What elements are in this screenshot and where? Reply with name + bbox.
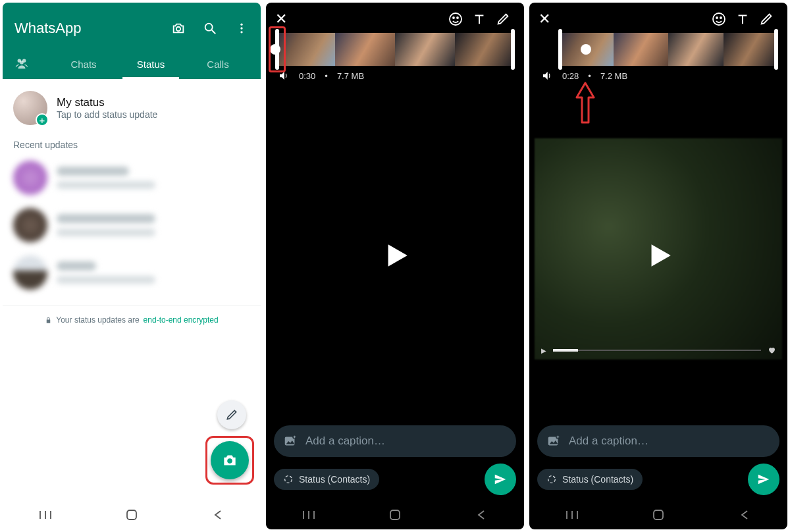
status-ring-icon [283, 474, 294, 485]
recent-updates-label: Recent updates [3, 132, 261, 154]
draw-tool-icon[interactable] [754, 12, 778, 26]
play-icon[interactable] [642, 239, 675, 272]
svg-point-25 [716, 17, 718, 18]
app-header: WhatsApp Chats Status Calls [3, 3, 261, 79]
send-icon [756, 472, 771, 487]
caption-input[interactable]: Add a caption… [537, 425, 779, 457]
play-icon[interactable] [379, 239, 411, 272]
android-navbar [529, 500, 787, 529]
emoji-sticker-icon[interactable] [444, 11, 467, 27]
encryption-notice: Your status updates are end-to-end encry… [3, 306, 261, 325]
tab-calls[interactable]: Calls [184, 49, 251, 79]
tab-status[interactable]: Status [117, 49, 184, 79]
svg-point-4 [240, 27, 242, 29]
my-status-subtitle: Tap to add status update [57, 109, 157, 120]
nav-back-icon[interactable] [475, 508, 488, 521]
svg-point-16 [457, 17, 458, 18]
trim-end-handle[interactable] [774, 29, 778, 70]
my-status-title: My status [57, 96, 157, 109]
compose-text-status-button[interactable] [217, 400, 246, 429]
duration-label: 0:30 [299, 71, 315, 81]
audience-chip[interactable]: Status (Contacts) [274, 469, 379, 490]
video-preview[interactable] [266, 86, 524, 425]
svg-line-2 [212, 30, 216, 34]
svg-rect-13 [127, 510, 136, 519]
caption-placeholder: Add a caption… [569, 435, 648, 448]
send-button[interactable] [485, 464, 516, 495]
svg-point-9 [227, 458, 232, 464]
audience-chip[interactable]: Status (Contacts) [537, 469, 643, 490]
heart-icon [768, 346, 776, 354]
nav-home-icon[interactable] [652, 508, 665, 521]
svg-rect-23 [390, 510, 400, 519]
status-list: + My status Tap to add status update Rec… [3, 79, 261, 500]
text-tool-icon[interactable] [731, 12, 754, 26]
search-icon[interactable] [200, 21, 220, 36]
svg-point-14 [450, 13, 461, 25]
tab-communities[interactable] [14, 46, 50, 79]
app-title: WhatsApp [14, 20, 157, 37]
status-editor-screen-trimmed: ✕ 0:28 • 7.2 MB ▶ [529, 3, 787, 529]
nav-home-icon[interactable] [125, 508, 138, 521]
camera-status-button[interactable] [211, 441, 249, 479]
tab-chats[interactable]: Chats [50, 49, 117, 79]
mini-play-icon: ▶ [541, 347, 546, 354]
caption-input[interactable]: Add a caption… [274, 425, 516, 457]
duration-label: 0:28 [562, 71, 579, 81]
svg-point-5 [240, 31, 242, 33]
my-status-row[interactable]: + My status Tap to add status update [3, 88, 261, 132]
svg-point-19 [285, 476, 292, 483]
status-item[interactable] [3, 201, 261, 249]
contact-avatar [13, 255, 47, 290]
trim-playhead-knob[interactable] [581, 44, 591, 55]
pencil-icon [225, 408, 238, 421]
video-meta: 0:30 • 7.7 MB [266, 70, 524, 86]
send-icon [493, 472, 508, 487]
video-preview[interactable]: ▶ [529, 86, 787, 425]
camera-icon[interactable] [169, 21, 188, 36]
svg-point-26 [720, 17, 722, 18]
progress-track[interactable] [553, 350, 761, 351]
status-editor-screen-full: ✕ 0:30 • 7.7 MB Add a caption… [266, 3, 524, 529]
nav-back-icon[interactable] [211, 508, 224, 521]
svg-point-29 [548, 476, 556, 483]
editor-toolbar: ✕ [266, 3, 524, 32]
status-ring-icon [546, 474, 557, 485]
encryption-link[interactable]: end-to-end encrypted [144, 315, 219, 325]
filesize-label: 7.2 MB [600, 71, 627, 81]
status-item[interactable] [3, 249, 261, 296]
nav-home-icon[interactable] [388, 508, 402, 521]
close-icon[interactable]: ✕ [275, 11, 287, 28]
video-progress[interactable]: ▶ [541, 346, 776, 354]
send-button[interactable] [748, 464, 779, 495]
trim-start-knob[interactable] [270, 44, 280, 55]
draw-tool-icon[interactable] [491, 12, 515, 26]
nav-back-icon[interactable] [738, 508, 751, 521]
nav-recents-icon[interactable] [566, 508, 579, 521]
svg-point-24 [713, 13, 725, 25]
svg-point-15 [453, 17, 454, 18]
add-photo-icon [546, 434, 561, 448]
more-menu-icon[interactable] [232, 22, 251, 35]
video-trim-strip[interactable] [558, 33, 778, 66]
trim-end-handle[interactable] [511, 29, 515, 70]
tab-bar: Chats Status Calls [14, 46, 251, 79]
trim-start-handle[interactable] [558, 29, 562, 70]
add-photo-icon [283, 434, 298, 448]
status-item[interactable] [3, 154, 261, 201]
svg-point-0 [176, 27, 180, 31]
nav-recents-icon[interactable] [302, 508, 315, 521]
whatsapp-status-screen: WhatsApp Chats Status Calls + [3, 3, 261, 529]
nav-recents-icon[interactable] [39, 508, 52, 521]
video-trim-strip[interactable] [275, 33, 515, 66]
caption-placeholder: Add a caption… [305, 435, 385, 448]
volume-icon[interactable] [278, 70, 290, 82]
svg-point-3 [240, 24, 242, 26]
filesize-label: 7.7 MB [337, 71, 364, 81]
svg-point-8 [20, 61, 24, 65]
svg-point-1 [205, 24, 213, 31]
emoji-sticker-icon[interactable] [707, 11, 731, 27]
close-icon[interactable]: ✕ [539, 11, 550, 28]
volume-icon[interactable] [541, 70, 553, 82]
text-tool-icon[interactable] [467, 12, 491, 26]
